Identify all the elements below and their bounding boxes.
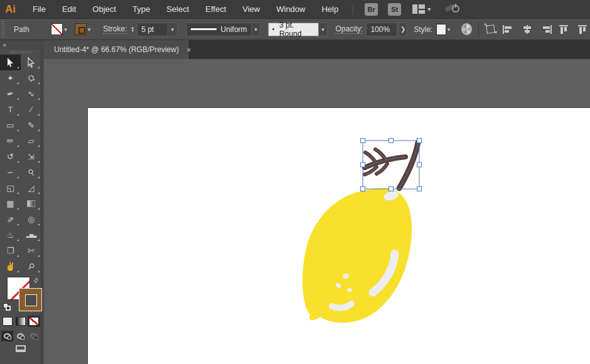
brush-dropdown[interactable]: 3 pt. Round — [268, 23, 319, 36]
align-left-icon[interactable] — [502, 24, 515, 35]
width-tool[interactable]: ∽ — [0, 164, 21, 180]
menu-item-help[interactable]: Help — [313, 0, 346, 19]
pasteboard[interactable] — [44, 59, 590, 364]
paintbrush-tool[interactable]: ✎ — [21, 117, 41, 133]
stock-button[interactable]: St — [388, 3, 401, 16]
menu-item-select[interactable]: Select — [158, 0, 197, 19]
drawing-mode-buttons — [0, 331, 41, 341]
draw-normal-button[interactable] — [1, 331, 13, 341]
align-right-icon[interactable] — [540, 24, 552, 35]
menu-item-window[interactable]: Window — [268, 0, 313, 19]
fill-swatch[interactable] — [51, 23, 63, 35]
draw-behind-button[interactable] — [14, 331, 26, 341]
align-top-icon[interactable] — [559, 24, 571, 35]
workspace-chevron-icon[interactable]: ▾ — [427, 6, 431, 13]
stroke-weight-chevron-icon[interactable]: ▾ — [168, 23, 178, 36]
lasso-icon: Ω — [26, 73, 35, 83]
column-graph-tool[interactable]: ▂▅▃ — [21, 227, 41, 243]
stem[interactable] — [365, 142, 418, 188]
recolor-artwork-icon[interactable] — [461, 23, 472, 35]
lemon-dot — [347, 288, 352, 292]
touch-workspace-icon[interactable] — [444, 4, 459, 15]
line-segment-icon: ∕ — [30, 105, 31, 114]
selection-handle[interactable] — [389, 187, 394, 191]
align-middle-icon[interactable] — [577, 24, 590, 35]
artboard-tool[interactable]: ❐ — [0, 243, 21, 259]
curvature-tool[interactable]: ∿ — [21, 86, 41, 102]
eraser-tool[interactable]: ▱ — [21, 133, 41, 149]
selection-handle[interactable] — [361, 163, 365, 167]
stroke-proxy[interactable] — [19, 288, 42, 311]
mesh-tool[interactable]: ▦ — [0, 196, 21, 211]
selection-handle[interactable] — [389, 139, 394, 143]
lasso-tool[interactable]: Ω — [21, 70, 41, 86]
panel-grip[interactable] — [1, 21, 5, 38]
document-tab[interactable]: Untitled-4* @ 66.67% (RGB/Preview) × — [44, 40, 190, 59]
menu-item-edit[interactable]: Edit — [54, 0, 84, 19]
shape-builder-tool[interactable]: ◱ — [0, 180, 21, 196]
fill-chevron-icon[interactable]: ▾ — [64, 26, 67, 33]
tools-panel-grip[interactable] — [10, 51, 31, 53]
draw-inside-button[interactable] — [28, 331, 40, 341]
magic-wand-tool[interactable]: ✦ — [0, 70, 21, 86]
rotate-tool[interactable]: ↺ — [0, 149, 21, 164]
puppet-warp-tool[interactable]: ⚲ — [21, 164, 41, 180]
color-button[interactable] — [3, 317, 13, 326]
selection-handle[interactable] — [417, 139, 422, 143]
symbol-sprayer-tool[interactable]: ♨ — [0, 227, 21, 243]
line-segment-tool[interactable]: ∕ — [21, 102, 41, 117]
stroke-color-button[interactable]: ▾ — [75, 23, 94, 35]
width-profile-dropdown[interactable]: Uniform — [186, 23, 252, 36]
opacity-field[interactable]: 100% — [366, 23, 397, 36]
pen-tool[interactable]: ✒ — [0, 86, 21, 102]
menu-item-type[interactable]: Type — [124, 0, 158, 19]
selection-tool[interactable] — [0, 55, 21, 70]
none-button[interactable] — [29, 317, 39, 326]
collapse-panel-icon[interactable]: « — [3, 41, 6, 48]
blend-tool[interactable]: ◎ — [21, 211, 41, 227]
selection-handle[interactable] — [361, 139, 365, 143]
menu-item-object[interactable]: Object — [84, 0, 124, 19]
menu-item-file[interactable]: File — [24, 0, 54, 19]
scale-tool[interactable]: ⇲ — [21, 149, 41, 164]
perspective-grid-tool[interactable]: ◿ — [21, 180, 41, 196]
stroke-swatch[interactable] — [75, 23, 87, 35]
eyedropper-tool[interactable]: ✐ — [0, 211, 21, 227]
swap-fill-stroke-icon[interactable]: ⇄ — [31, 276, 40, 285]
zoom-tool[interactable]: ⚲ — [21, 259, 41, 274]
tab-close-icon[interactable]: × — [186, 45, 191, 55]
gradient-button[interactable] — [16, 317, 26, 326]
pencil-tool[interactable]: ✏ — [0, 133, 21, 149]
selection-handle[interactable] — [417, 163, 422, 167]
stepper-down-icon[interactable]: ▼ — [131, 29, 134, 33]
screen-mode-button[interactable] — [16, 345, 26, 352]
type-tool[interactable]: T — [0, 102, 21, 117]
workspace-switcher-icon[interactable] — [412, 4, 425, 14]
profile-chevron-icon[interactable]: ▾ — [252, 23, 261, 36]
slice-tool[interactable]: ✄ — [21, 243, 41, 259]
style-chevron-icon[interactable]: ▾ — [448, 26, 451, 33]
bridge-button[interactable]: Br — [365, 3, 378, 16]
stroke-panel-link[interactable]: Stroke: — [103, 24, 127, 34]
pencil-icon: ✏ — [7, 137, 14, 145]
opacity-more-button[interactable]: ❯ — [399, 23, 407, 36]
stroke-weight-stepper[interactable]: ▲ ▼ — [131, 26, 134, 33]
eyedropper-icon: ✐ — [7, 215, 14, 224]
rectangle-tool[interactable]: ▭ — [0, 117, 21, 133]
gradient-tool[interactable] — [21, 196, 41, 211]
opacity-panel-link[interactable]: Opacity: — [335, 24, 363, 34]
transform-icon[interactable]: ▾ — [485, 24, 496, 35]
style-swatch[interactable] — [436, 24, 446, 35]
menu-item-view[interactable]: View — [234, 0, 268, 19]
hand-tool[interactable]: ✌ — [0, 259, 21, 274]
direct-selection-tool[interactable] — [21, 55, 41, 70]
stroke-chevron-icon[interactable]: ▾ — [88, 26, 91, 33]
fill-color-button[interactable]: ▾ — [51, 23, 70, 35]
selection-handle[interactable] — [417, 187, 422, 191]
brush-chevron-icon[interactable]: ▾ — [319, 23, 328, 36]
stroke-weight-field[interactable]: 5 pt — [137, 23, 168, 36]
default-fill-stroke-icon[interactable] — [3, 303, 11, 311]
align-center-icon[interactable] — [521, 24, 534, 35]
selection-handle[interactable] — [361, 187, 365, 191]
menu-item-effect[interactable]: Effect — [197, 0, 234, 19]
